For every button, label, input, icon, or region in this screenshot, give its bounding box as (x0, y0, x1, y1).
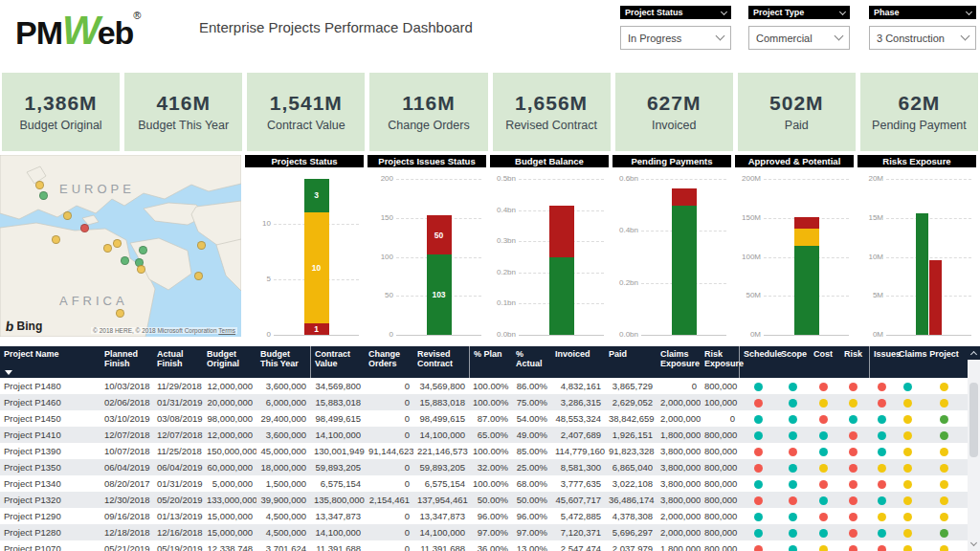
column-header-scope[interactable]: Scope (777, 346, 809, 378)
column-header-risk-exposure[interactable]: Risk Exposure (701, 346, 739, 378)
column-header-project[interactable]: Project (921, 346, 968, 378)
kpi-card-invoiced[interactable]: 627MInvoiced (615, 73, 733, 151)
filter-project-type-header[interactable]: Project Type (748, 6, 850, 19)
bar-segment-yellow[interactable] (794, 229, 819, 246)
map-marker-green[interactable] (121, 256, 129, 265)
cell-risk-exposure: 800,000 (701, 446, 739, 456)
column-header-contract-value[interactable]: Contract Value (310, 346, 365, 378)
red-status-dot-icon (849, 496, 858, 505)
table-row-project-p1410[interactable]: Project P141012/07/201812/07/201812,000,… (0, 427, 968, 443)
column-header-change-orders[interactable]: Change Orders (365, 346, 413, 378)
filter-project-status-select[interactable]: In Progress (620, 26, 731, 50)
map-marker-yellow[interactable] (103, 244, 112, 253)
map-marker-yellow[interactable] (197, 241, 206, 250)
column-header-claims-exposure[interactable]: Claims Exposure (657, 346, 701, 378)
column-header-actual-finish[interactable]: Actual Finish (153, 346, 203, 378)
table-vertical-scrollbar[interactable] (968, 346, 980, 551)
filter-project-type-select[interactable]: Commercial (748, 26, 850, 50)
red-status-dot-icon (754, 496, 763, 505)
projects-location-map[interactable]: EUROPEAFRICA b Bing © 2018 HERE, © 2018 … (0, 155, 241, 337)
status-dot-cell-project (921, 397, 968, 408)
gridline (886, 335, 971, 336)
table-row-project-p1320[interactable]: Project P132012/30/201805/20/2019133,000… (0, 492, 968, 508)
y-axis-tick-label: 5 (245, 275, 271, 283)
column-header-paid[interactable]: Paid (605, 346, 657, 378)
column-header-revised-contract[interactable]: Revised Contract (413, 346, 469, 378)
kpi-card-paid[interactable]: 502MPaid (738, 73, 856, 151)
bar-segment-green[interactable]: 3 (304, 179, 329, 212)
column-header--actual[interactable]: % Actual (512, 346, 551, 378)
map-terms-link[interactable]: Terms (218, 327, 235, 334)
bar-segment-green[interactable] (549, 257, 574, 336)
column-header-budget-original[interactable]: Budget Original (203, 346, 256, 378)
scroll-up-button[interactable] (968, 346, 980, 360)
map-marker-yellow[interactable] (35, 181, 44, 189)
column-header-risk[interactable]: Risk (837, 346, 869, 378)
red-status-dot-icon (819, 480, 828, 489)
kpi-card-contract-value[interactable]: 1,541MContract Value (247, 73, 365, 151)
kpi-card-pending-payment[interactable]: 62MPending Payment (860, 73, 978, 151)
cell-revised-contract: 14,100,000 (413, 430, 469, 440)
table-row-project-p1390[interactable]: Project P139010/07/201811/25/2018150,000… (0, 443, 968, 459)
column-header-budget-this-year[interactable]: Budget This Year (256, 346, 310, 378)
table-row-project-p1280[interactable]: Project P128012/18/201812/16/201815,000,… (0, 524, 968, 540)
yellow-status-dot-icon (940, 513, 948, 521)
cell-actual-finish: 12/16/2018 (153, 527, 203, 538)
map-marker-yellow[interactable] (113, 239, 122, 248)
bing-logo[interactable]: b Bing (6, 319, 42, 334)
cell-budget-original: 5,000,000 (203, 478, 256, 489)
status-dot-cell-project (921, 478, 968, 489)
bar-segment-green[interactable] (672, 206, 697, 335)
cell-paid: 2,629,052 (605, 397, 657, 408)
bar-segment-green[interactable]: 103 (427, 254, 452, 335)
column-header--plan[interactable]: % Plan (469, 346, 512, 378)
filter-phase-select[interactable]: 3 Construction (869, 26, 976, 50)
bar-segment-red[interactable]: 50 (427, 215, 452, 254)
column-header-invoiced[interactable]: Invoiced (551, 346, 605, 378)
map-marker-red[interactable] (80, 224, 89, 232)
kpi-card-revised-contract[interactable]: 1,656MRevised Contract (493, 73, 611, 151)
map-marker-yellow[interactable] (137, 265, 145, 274)
table-row-project-p1350[interactable]: Project P135006/04/201906/04/201960,000,… (0, 459, 968, 475)
y-axis-tick-label: 0M (735, 330, 761, 339)
kpi-card-budget-this-year[interactable]: 416MBudget This Year (124, 73, 242, 151)
column-header-claims[interactable]: Claims (895, 346, 921, 378)
map-marker-green[interactable] (139, 246, 147, 254)
column-header-schedule[interactable]: Schedule (739, 346, 777, 378)
column-header-project-name[interactable]: Project Name (0, 346, 100, 378)
filter-phase-header[interactable]: Phase (869, 6, 976, 19)
table-row-project-p1450[interactable]: Project P145003/10/201903/08/201998,000,… (0, 410, 968, 427)
red-status-dot-icon (849, 448, 858, 456)
bar-segment-green[interactable] (794, 246, 819, 335)
kpi-card-change-orders[interactable]: 116MChange Orders (369, 73, 487, 151)
column-header-cost[interactable]: Cost (809, 346, 837, 378)
map-marker-yellow[interactable] (63, 211, 72, 220)
map-marker-yellow[interactable] (116, 309, 124, 318)
scrollbar-thumb[interactable] (969, 383, 978, 457)
table-row-project-p1460[interactable]: Project P146002/06/201801/31/201920,000,… (0, 394, 968, 410)
filter-project-status-header[interactable]: Project Status (620, 6, 731, 19)
map-marker-yellow[interactable] (52, 235, 60, 244)
bar-segment-yellow[interactable]: 10 (304, 212, 329, 323)
bar-segment-red[interactable] (794, 217, 819, 229)
table-row-project-p1340[interactable]: Project P134008/20/201701/31/20195,000,0… (0, 475, 968, 492)
yellow-status-dot-icon (940, 464, 948, 473)
bar-segment-red[interactable]: 1 (304, 323, 329, 335)
bar-segment-red[interactable] (672, 188, 697, 206)
status-dot-cell-cost (809, 430, 837, 440)
bar-segment-red[interactable] (549, 206, 574, 257)
scroll-down-button[interactable] (968, 538, 980, 551)
bar-red[interactable] (929, 260, 942, 335)
kpi-card-budget-original[interactable]: 1,386MBudget Original (2, 73, 120, 151)
sort-descending-icon[interactable] (5, 370, 12, 375)
map-marker-green[interactable] (39, 191, 48, 200)
cell--plan: 32.00% (469, 462, 512, 473)
teal-status-dot-icon (789, 480, 797, 489)
table-row-project-p1290[interactable]: Project P129009/16/201801/13/201915,000,… (0, 508, 968, 524)
column-header-issues[interactable]: Issues (869, 346, 895, 378)
column-header-planned-finish[interactable]: Planned Finish (100, 346, 153, 378)
bar-green[interactable] (916, 213, 928, 335)
table-row-project-p1070[interactable]: Project P107005/21/201905/19/201912,338,… (0, 540, 968, 551)
table-row-project-p1480[interactable]: Project P148010/03/201811/29/201812,000,… (0, 378, 968, 394)
map-marker-yellow[interactable] (194, 272, 203, 280)
